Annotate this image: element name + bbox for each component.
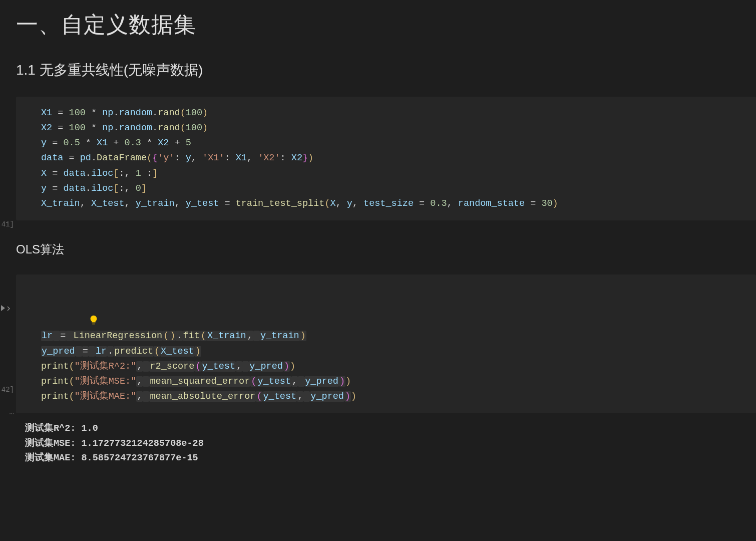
run-cell-button[interactable] (0, 304, 14, 313)
code-token: * (80, 138, 97, 148)
code-token: X (330, 198, 335, 209)
code-token: mean_squared_error (149, 376, 250, 387)
code-token: ( (69, 361, 75, 372)
code-token: * (86, 108, 102, 118)
code-token: "测试集MAE:" (75, 391, 137, 402)
output-line: 测试集MSE: 1.1727732124285708e-28 (25, 436, 756, 451)
code-line[interactable]: data = pd.DataFrame({'y': y, 'X1': X1, '… (41, 151, 749, 166)
code-token (89, 346, 95, 357)
code-line[interactable]: X_train, X_test, y_train, y_test = train… (41, 196, 749, 211)
code-token: ) (344, 391, 351, 402)
code-token: ) (553, 198, 558, 209)
code-token: r2_score (149, 361, 195, 372)
code-line[interactable]: print("测试集MSE:", mean_squared_error(y_te… (41, 374, 749, 389)
code-line[interactable]: X1 = 100 * np.random.rand(100) (41, 106, 749, 121)
code-token (53, 331, 60, 341)
code-token: lr (41, 331, 53, 341)
code-line[interactable]: lr = LinearRegression().fit(X_train, y_t… (41, 329, 749, 344)
code-token: ) (339, 376, 345, 387)
cell-exec-count-2: 42] (2, 386, 14, 394)
code-token (143, 361, 149, 372)
code-token: 100 (186, 123, 202, 133)
code-token: ) (308, 153, 313, 163)
code-token: ) (202, 123, 208, 133)
code-token: X2 (158, 138, 169, 148)
code-token: ( (180, 108, 186, 118)
code-token: random_state (458, 198, 525, 209)
code-token: X_test (160, 346, 195, 357)
code-token: [ (113, 183, 119, 194)
code-token (253, 331, 260, 341)
code-token: "测试集R^2:" (75, 361, 137, 372)
code-line[interactable]: y = data.iloc[:, 0] (41, 181, 749, 196)
lightbulb-icon[interactable] (44, 300, 55, 311)
code-token: ) (195, 346, 201, 357)
code-token: , (236, 361, 242, 372)
code-token: y_test (257, 376, 291, 387)
code-token: : (175, 153, 186, 163)
code-line[interactable]: X2 = 100 * np.random.rand(100) (41, 121, 749, 136)
code-line[interactable]: y_pred = lr.predict(X_test) (41, 344, 749, 359)
code-token: rand (158, 108, 180, 118)
code-token: ( (200, 331, 207, 341)
code-token: ] (152, 168, 158, 179)
code-token: , (447, 198, 458, 209)
code-token: pd (80, 153, 91, 163)
code-token: = (414, 198, 430, 209)
code-token: y_test (263, 391, 297, 402)
code-token: : (141, 168, 152, 179)
code-token: + (108, 138, 124, 148)
code-token: , (136, 391, 143, 402)
code-token: ( (195, 361, 201, 372)
code-token: y_test (186, 198, 219, 209)
gutter: 41] 42] … (0, 0, 16, 541)
code-token: data (41, 153, 63, 163)
code-token: y_pred (249, 361, 283, 372)
code-token (76, 346, 82, 357)
code-line[interactable]: print("测试集R^2:", r2_score(y_test, y_pred… (41, 359, 749, 374)
code-token: : (280, 153, 291, 163)
code-token: + (169, 138, 185, 148)
code-line[interactable]: y = 0.5 * X1 + 0.3 * X2 + 5 (41, 136, 749, 151)
code-token: 'X1' (202, 153, 224, 163)
code-token: . (91, 153, 97, 163)
code-token: ( (256, 391, 262, 402)
code-token: y (41, 138, 47, 148)
code-token (143, 391, 149, 402)
code-token: , (125, 198, 136, 209)
code-token: np (102, 108, 113, 118)
code-token: ) (290, 361, 295, 372)
code-token: . (152, 123, 158, 133)
code-line[interactable]: X = data.iloc[:, 1 :] (41, 166, 749, 181)
code-token: * (86, 123, 102, 133)
code-token: y_pred (310, 391, 344, 402)
output-line: 测试集MAE: 8.585724723767877e-15 (25, 451, 756, 466)
code-token: . (86, 168, 91, 179)
code-token: . (107, 346, 114, 357)
svg-marker-0 (1, 305, 5, 311)
code-token: lr (95, 346, 107, 357)
code-cell-1[interactable]: X1 = 100 * np.random.rand(100)X2 = 100 *… (16, 97, 756, 220)
code-token: : (119, 168, 124, 179)
code-token: print (41, 376, 69, 387)
code-token: . (113, 108, 119, 118)
code-token: y_pred (304, 376, 339, 387)
code-token: : (224, 153, 235, 163)
code-token: , (352, 198, 363, 209)
heading-2: 1.1 无多重共线性(无噪声数据) (16, 40, 756, 80)
code-token: 100 (186, 108, 202, 118)
code-token: print (41, 361, 69, 372)
code-token: X_train (207, 331, 247, 341)
code-token: ] (141, 183, 147, 194)
code-token: predict (114, 346, 154, 357)
code-token: ( (324, 198, 330, 209)
code-line[interactable]: print("测试集MAE:", mean_absolute_error(y_t… (41, 389, 749, 404)
code-token: X1 (97, 138, 108, 148)
code-cell-2[interactable]: lr = LinearRegression().fit(X_train, y_t… (16, 275, 756, 413)
code-token: y (347, 198, 352, 209)
code-token: = (47, 168, 63, 179)
code-token: train_test_split (236, 198, 325, 209)
code-token: 0.3 (430, 198, 447, 209)
code-token: = (47, 138, 63, 148)
code-token: = (525, 198, 541, 209)
